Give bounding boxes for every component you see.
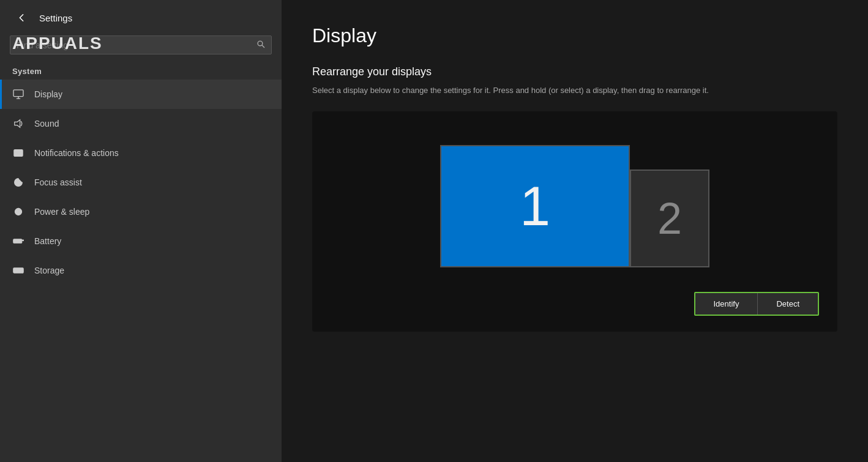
sidebar: Settings APPUALS System Display [0, 0, 282, 462]
sidebar-item-label-sound: Sound [34, 119, 59, 129]
logo-area: APPUALS [12, 34, 103, 53]
svg-rect-2 [13, 90, 23, 97]
sidebar-item-storage[interactable]: Storage [0, 256, 282, 285]
sidebar-item-display[interactable]: Display [0, 80, 282, 109]
notifications-icon [12, 147, 24, 159]
sidebar-item-label-power: Power & sleep [34, 207, 89, 217]
identify-detect-group: Identify Detect [694, 292, 820, 316]
sidebar-item-notifications[interactable]: Notifications & actions [0, 138, 282, 168]
sidebar-item-label-notifications: Notifications & actions [34, 148, 119, 158]
sidebar-item-power[interactable]: Power & sleep [0, 197, 282, 226]
storage-icon [12, 264, 24, 277]
sidebar-header: Settings [0, 0, 282, 31]
section-title: Rearrange your displays [312, 65, 837, 78]
back-icon [17, 13, 26, 22]
monitor-2-number: 2 [657, 193, 682, 244]
section-description: Select a display below to change the set… [312, 84, 837, 97]
monitor-2[interactable]: 2 [630, 170, 709, 267]
svg-marker-5 [15, 120, 20, 127]
detect-button[interactable]: Detect [757, 293, 818, 315]
svg-point-14 [21, 269, 23, 270]
app-title: Settings [39, 13, 72, 23]
display-area: 1 2 Identify Detect [312, 111, 837, 332]
sidebar-item-label-focus: Focus assist [34, 177, 82, 187]
sidebar-item-label-storage: Storage [34, 266, 64, 275]
search-icon [256, 40, 265, 50]
battery-icon [12, 235, 24, 247]
identify-button[interactable]: Identify [695, 293, 758, 315]
sound-icon [12, 117, 24, 130]
svg-rect-6 [14, 150, 23, 157]
sidebar-item-label-battery: Battery [34, 236, 61, 246]
focus-icon [12, 176, 24, 188]
monitor-1-number: 1 [520, 175, 550, 238]
display-icon [12, 88, 24, 100]
sidebar-item-sound[interactable]: Sound [0, 109, 282, 138]
system-section-label: System [0, 62, 282, 80]
svg-line-1 [262, 45, 264, 48]
logo-text: APPUALS [12, 34, 103, 53]
monitors-row: 1 2 [440, 145, 709, 267]
monitor-1[interactable]: 1 [440, 145, 630, 267]
svg-point-15 [21, 271, 23, 272]
svg-rect-10 [14, 240, 19, 242]
sidebar-item-focus[interactable]: Focus assist [0, 168, 282, 197]
identify-detect-row: Identify Detect [331, 286, 819, 316]
page-title: Display [312, 24, 837, 47]
power-icon [12, 206, 24, 218]
sidebar-item-battery[interactable]: Battery [0, 226, 282, 256]
back-button[interactable] [12, 11, 31, 24]
main-content: Display Rearrange your displays Select a… [282, 0, 868, 462]
sidebar-item-label-display: Display [34, 89, 62, 99]
